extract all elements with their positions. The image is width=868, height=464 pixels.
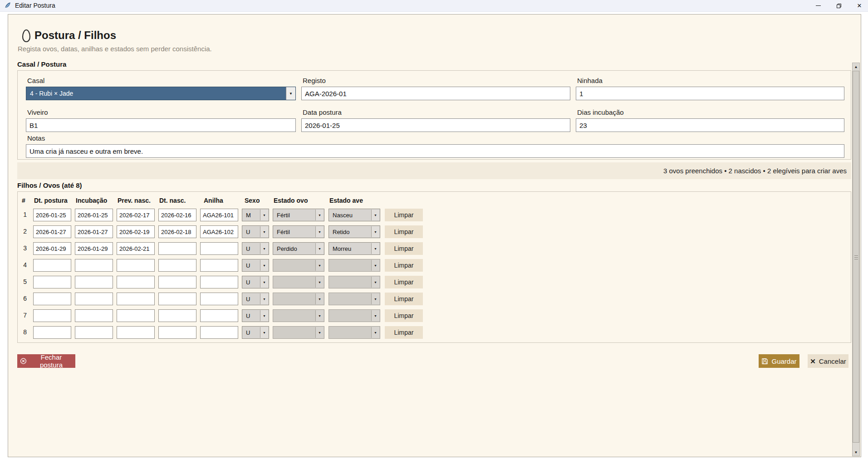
anilha-input[interactable] <box>200 326 238 339</box>
prev-nasc-input[interactable] <box>117 209 155 221</box>
dias-incubacao-input[interactable] <box>576 118 844 132</box>
notas-input[interactable] <box>26 144 844 158</box>
scroll-up-button[interactable]: ▲ <box>853 63 859 70</box>
dt-postura-input[interactable] <box>33 209 71 221</box>
estado-ave-select[interactable]: Retido▼ <box>329 225 380 238</box>
sexo-select[interactable]: U▼ <box>242 259 269 272</box>
anilha-input[interactable] <box>200 259 238 272</box>
save-button[interactable]: Guardar <box>759 354 799 368</box>
sexo-select[interactable]: U▼ <box>242 326 269 339</box>
incubacao-input[interactable] <box>75 293 113 305</box>
prev-nasc-input[interactable] <box>117 276 155 288</box>
scrollbar-thumb[interactable] <box>853 71 859 443</box>
anilha-input[interactable] <box>200 276 238 288</box>
dt-postura-input[interactable] <box>33 293 71 305</box>
sexo-select-value: M <box>242 212 260 219</box>
estado-ovo-select[interactable]: ▼ <box>273 259 324 272</box>
close-posture-button[interactable]: Fechar postura <box>17 354 75 368</box>
scroll-down-button[interactable]: ▼ <box>853 449 859 456</box>
sexo-select[interactable]: U▼ <box>242 225 269 238</box>
estado-ave-select[interactable]: ▼ <box>329 293 380 305</box>
col-header-estado-ovo: Estado ovo <box>274 197 308 204</box>
dt-postura-input[interactable] <box>33 276 71 288</box>
clear-row-button[interactable]: Limpar <box>385 293 423 305</box>
prev-nasc-input[interactable] <box>117 242 155 255</box>
estado-ovo-select-value: Fértil <box>273 229 315 235</box>
row-number: 6 <box>20 295 27 302</box>
sexo-select[interactable]: M▼ <box>242 209 269 221</box>
anilha-input[interactable] <box>200 225 238 238</box>
restore-button[interactable] <box>830 0 848 11</box>
sexo-select-value: U <box>242 245 260 252</box>
clear-row-button[interactable]: Limpar <box>385 326 423 339</box>
estado-ave-select[interactable]: ▼ <box>329 259 380 272</box>
data-postura-label: Data postura <box>303 108 342 116</box>
estado-ave-select[interactable]: ▼ <box>329 326 380 339</box>
anilha-input[interactable] <box>200 309 238 322</box>
estado-ovo-select[interactable]: ▼ <box>273 276 324 288</box>
col-header-prev-nasc: Prev. nasc. <box>118 197 151 204</box>
prev-nasc-input[interactable] <box>117 309 155 322</box>
estado-ave-select-value: Nasceu <box>329 212 371 219</box>
dt-nasc-input[interactable] <box>158 276 196 288</box>
sexo-select[interactable]: U▼ <box>242 293 269 305</box>
dt-postura-input[interactable] <box>33 309 71 322</box>
incubacao-input[interactable] <box>75 309 113 322</box>
viveiro-input[interactable] <box>26 118 296 132</box>
dt-postura-input[interactable] <box>33 326 71 339</box>
clear-row-button[interactable]: Limpar <box>385 309 423 322</box>
clear-row-button[interactable]: Limpar <box>385 259 423 272</box>
incubacao-input[interactable] <box>75 326 113 339</box>
dt-nasc-input[interactable] <box>158 293 196 305</box>
estado-ovo-select[interactable]: ▼ <box>273 293 324 305</box>
sexo-select[interactable]: U▼ <box>242 309 269 322</box>
clear-row-button[interactable]: Limpar <box>385 276 423 288</box>
data-postura-input[interactable] <box>301 118 570 132</box>
incubacao-input[interactable] <box>75 276 113 288</box>
anilha-input[interactable] <box>200 242 238 255</box>
estado-ovo-select[interactable]: Fértil▼ <box>273 225 324 238</box>
window-title: Editar Postura <box>15 2 55 9</box>
sexo-select[interactable]: U▼ <box>242 242 269 255</box>
dt-nasc-input[interactable] <box>158 209 196 221</box>
clear-row-button[interactable]: Limpar <box>385 209 423 221</box>
prev-nasc-input[interactable] <box>117 259 155 272</box>
anilha-input[interactable] <box>200 293 238 305</box>
estado-ovo-select[interactable]: Fértil▼ <box>273 209 324 221</box>
chevron-down-icon[interactable]: ▼ <box>286 87 295 100</box>
dt-postura-input[interactable] <box>33 225 71 238</box>
estado-ovo-select[interactable]: ▼ <box>273 326 324 339</box>
clear-row-button[interactable]: Limpar <box>385 225 423 238</box>
dt-nasc-input[interactable] <box>158 225 196 238</box>
dt-nasc-input[interactable] <box>158 259 196 272</box>
incubacao-input[interactable] <box>75 259 113 272</box>
dt-nasc-input[interactable] <box>158 326 196 339</box>
estado-ave-select[interactable]: ▼ <box>329 309 380 322</box>
dt-postura-input[interactable] <box>33 259 71 272</box>
estado-ave-select[interactable]: ▼ <box>329 276 380 288</box>
dt-nasc-input[interactable] <box>158 242 196 255</box>
casal-select[interactable]: 4 - Rubi × Jade ▼ <box>26 87 296 100</box>
clear-row-button[interactable]: Limpar <box>385 242 423 255</box>
incubacao-input[interactable] <box>75 225 113 238</box>
dt-nasc-input[interactable] <box>158 309 196 322</box>
registo-input[interactable] <box>301 87 570 100</box>
estado-ave-select[interactable]: Morreu▼ <box>329 242 380 255</box>
incubacao-input[interactable] <box>75 242 113 255</box>
estado-ovo-select[interactable]: Perdido▼ <box>273 242 324 255</box>
prev-nasc-input[interactable] <box>117 326 155 339</box>
prev-nasc-input[interactable] <box>117 225 155 238</box>
prev-nasc-input[interactable] <box>117 293 155 305</box>
minimize-button[interactable] <box>809 0 827 11</box>
incubacao-input[interactable] <box>75 209 113 221</box>
page-title: Postura / Filhos <box>34 29 116 42</box>
anilha-input[interactable] <box>200 209 238 221</box>
close-button[interactable]: ✕ <box>850 0 868 11</box>
dt-postura-input[interactable] <box>33 242 71 255</box>
sexo-select-value: U <box>242 262 260 269</box>
cancel-button[interactable]: ✕ Cancelar <box>808 354 848 368</box>
sexo-select[interactable]: U▼ <box>242 276 269 288</box>
estado-ave-select[interactable]: Nasceu▼ <box>329 209 380 221</box>
ninhada-input[interactable] <box>576 87 844 100</box>
estado-ovo-select[interactable]: ▼ <box>273 309 324 322</box>
